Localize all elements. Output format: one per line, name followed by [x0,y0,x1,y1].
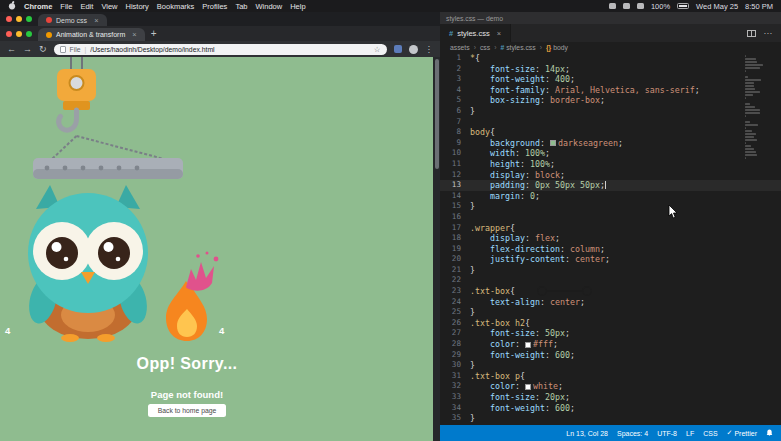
minimize-window-button[interactable] [16,31,22,37]
color-swatch[interactable] [550,140,556,146]
code-token[interactable]: ; [600,244,605,254]
code-token[interactable]: Arial, Helvetica, sans-serif [555,85,695,95]
tab-styles-css[interactable]: # styles.css × [440,24,511,42]
split-editor-icon[interactable] [747,30,756,37]
code-token[interactable]: ; [605,254,610,264]
code-token[interactable]: : [545,403,555,413]
new-tab-button[interactable]: + [151,28,157,39]
code-token[interactable]: : [540,138,550,148]
code-line-14[interactable]: 14 margin: 0; [440,191,781,202]
code-token[interactable]: ; [553,339,558,349]
code-token[interactable] [470,74,490,84]
code-token[interactable]: flex [535,233,555,243]
code-line-11[interactable]: 11 height: 100%; [440,159,781,170]
code-token[interactable]: { [520,371,525,381]
code-token[interactable] [470,85,490,95]
status-line-col[interactable]: Ln 13, Col 28 [566,430,608,437]
tab-demo-css[interactable]: Demo css × [38,14,107,26]
code-token[interactable]: display [490,233,525,243]
code-token[interactable]: ; [545,148,550,158]
code-text[interactable]: font-weight: 600; [470,403,575,414]
code-token[interactable]: ; [558,381,563,391]
code-line-6[interactable]: 6} [440,106,781,117]
code-token[interactable]: .txt-box h2 [470,318,525,328]
code-line-26[interactable]: 26.txt-box h2{ [440,318,781,329]
forward-icon[interactable]: → [23,45,32,54]
code-line-16[interactable]: 16 [440,212,781,223]
code-token[interactable]: { [525,318,530,328]
code-token[interactable] [470,148,490,158]
code-token[interactable]: ; [565,392,570,402]
code-token[interactable]: 14px [545,64,565,74]
close-tab-icon[interactable]: × [132,30,136,39]
code-line-20[interactable]: 20 justify-content: center; [440,254,781,265]
code-token[interactable]: font-weight [490,74,545,84]
code-token[interactable]: ; [695,85,700,95]
code-line-2[interactable]: 2 font-size: 14px; [440,64,781,75]
code-token[interactable]: } [470,201,475,211]
menu-help[interactable]: Help [290,2,305,11]
code-token[interactable]: flex-direction [490,244,560,254]
code-text[interactable]: } [470,265,475,276]
code-token[interactable] [470,244,490,254]
bookmark-star-icon[interactable]: ☆ [374,45,381,54]
code-line-19[interactable]: 19 flex-direction: column; [440,244,781,255]
color-swatch[interactable] [525,342,531,348]
close-tab-icon[interactable]: × [497,29,501,38]
code-token[interactable]: 600 [555,403,570,413]
code-text[interactable]: display: flex; [470,233,560,244]
code-token[interactable]: : [535,328,545,338]
code-token[interactable]: column [570,244,600,254]
code-token[interactable]: : [525,170,535,180]
code-token[interactable]: white [533,381,558,391]
code-token[interactable]: : [545,74,555,84]
breadcrumb-css[interactable]: css [480,44,490,51]
code-text[interactable]: .txt-box{ [470,286,515,297]
code-token[interactable]: background [490,138,540,148]
code-token[interactable]: .wrapper [470,223,510,233]
code-text[interactable]: body{ [470,127,495,138]
code-token[interactable]: ; [570,74,575,84]
more-actions-icon[interactable]: ⋯ [764,28,773,38]
code-line-21[interactable]: 21} [440,265,781,276]
code-token[interactable]: : [540,95,550,105]
code-text[interactable]: font-size: 20px; [470,392,570,403]
code-line-15[interactable]: 15} [440,201,781,212]
menu-window[interactable]: Window [255,2,282,11]
code-text[interactable]: flex-direction: column; [470,244,605,255]
code-token[interactable]: { [490,127,495,137]
code-line-3[interactable]: 3 font-weight: 400; [440,74,781,85]
code-line-24[interactable]: 24 text-align: center; [440,297,781,308]
code-line-9[interactable]: 9 background: darkseagreen; [440,138,781,149]
code-token[interactable] [470,233,490,243]
code-text[interactable]: width: 100%; [470,148,550,159]
code-token[interactable]: : [515,339,525,349]
status-encoding[interactable]: UTF-8 [657,430,677,437]
code-token[interactable]: 400 [555,74,570,84]
code-token[interactable] [470,350,490,360]
code-text[interactable]: .txt-box h2{ [470,318,530,329]
code-text[interactable]: color: #fff; [470,339,558,350]
code-text[interactable]: } [470,201,475,212]
code-token[interactable]: text-align [490,297,540,307]
code-token[interactable]: box-sizing [490,95,540,105]
status-eol[interactable]: LF [686,430,694,437]
screen-mirroring-icon[interactable] [609,3,616,9]
code-token[interactable]: font-weight [490,350,545,360]
code-token[interactable]: block [535,170,560,180]
code-text[interactable]: box-sizing: border-box; [470,95,605,106]
extension-icon[interactable] [394,45,402,53]
code-text[interactable]: } [470,307,475,318]
code-token[interactable]: font-size [490,64,535,74]
profile-avatar[interactable] [409,45,418,54]
code-token[interactable]: } [470,360,475,370]
apple-menu-icon[interactable] [8,1,16,12]
code-token[interactable]: } [470,413,475,423]
close-window-button[interactable] [6,31,12,37]
code-token[interactable]: margin [490,191,520,201]
code-text[interactable]: .txt-box p{ [470,371,525,382]
code-token[interactable]: padding [490,180,525,190]
code-token[interactable]: color [490,339,515,349]
wifi-icon[interactable] [637,3,644,9]
code-line-5[interactable]: 5 box-sizing: border-box; [440,95,781,106]
